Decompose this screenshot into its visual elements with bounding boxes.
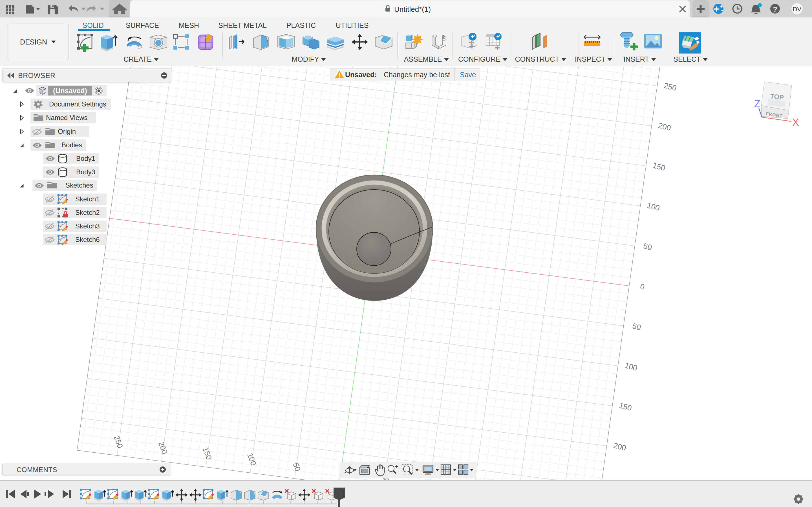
svg-text:250: 250: [663, 81, 677, 93]
svg-text:150: 150: [652, 161, 666, 172]
svg-text:200: 200: [157, 440, 169, 455]
svg-text:?: ?: [773, 5, 777, 13]
svg-text:100: 100: [624, 361, 638, 372]
svg-text:50: 50: [643, 242, 653, 252]
svg-text:DV: DV: [793, 6, 802, 13]
svg-text:TOP: TOP: [770, 93, 784, 101]
svg-text:150: 150: [618, 401, 633, 412]
svg-text:Z: Z: [754, 98, 760, 110]
svg-text:200: 200: [658, 121, 672, 132]
svg-text:50: 50: [631, 322, 642, 332]
svg-text:100: 100: [646, 201, 661, 212]
svg-text:100: 100: [246, 452, 258, 467]
svg-text:0: 0: [639, 282, 645, 291]
svg-text:X: X: [792, 117, 799, 128]
svg-text:200: 200: [613, 441, 627, 452]
